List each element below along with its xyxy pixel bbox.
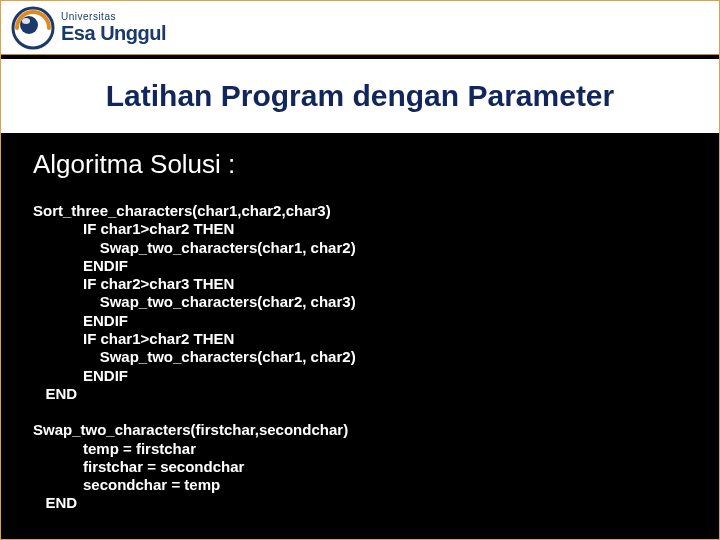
title-block: Latihan Program dengan Parameter bbox=[1, 59, 719, 133]
logo-text: Universitas Esa Unggul bbox=[61, 12, 166, 43]
code-block-2: Swap_two_characters(firstchar,secondchar… bbox=[33, 421, 695, 512]
svg-point-2 bbox=[22, 18, 30, 24]
header-band: Universitas Esa Unggul bbox=[1, 1, 719, 55]
brand-name: Esa Unggul bbox=[61, 23, 166, 43]
university-label: Universitas bbox=[61, 12, 166, 22]
logo: Universitas Esa Unggul bbox=[11, 6, 166, 50]
svg-point-1 bbox=[20, 16, 38, 34]
code-block-1: Sort_three_characters(char1,char2,char3)… bbox=[33, 202, 695, 403]
content-area: Algoritma Solusi : Sort_three_characters… bbox=[33, 141, 695, 527]
logo-mark-icon bbox=[11, 6, 55, 50]
slide-container: Universitas Esa Unggul Latihan Program d… bbox=[0, 0, 720, 540]
slide-title: Latihan Program dengan Parameter bbox=[106, 79, 614, 113]
subtitle: Algoritma Solusi : bbox=[33, 149, 695, 180]
